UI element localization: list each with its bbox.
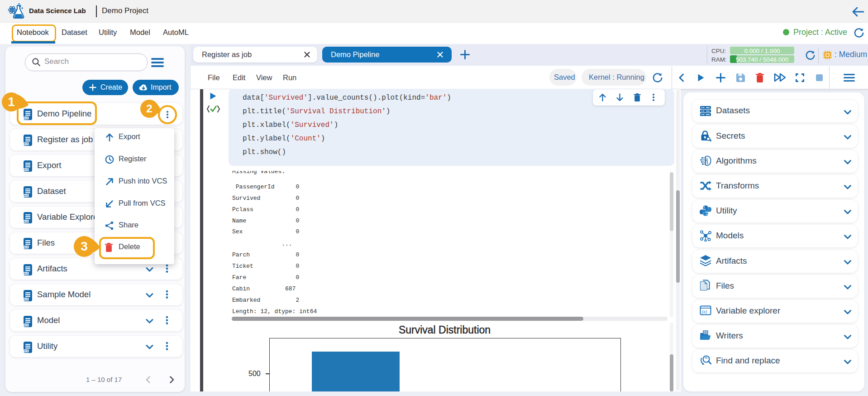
svg-text:1: 1: [8, 95, 14, 109]
svg-text:(x): (x): [702, 309, 707, 314]
svg-text:2: 2: [146, 102, 152, 115]
svg-text:3: 3: [81, 239, 88, 253]
